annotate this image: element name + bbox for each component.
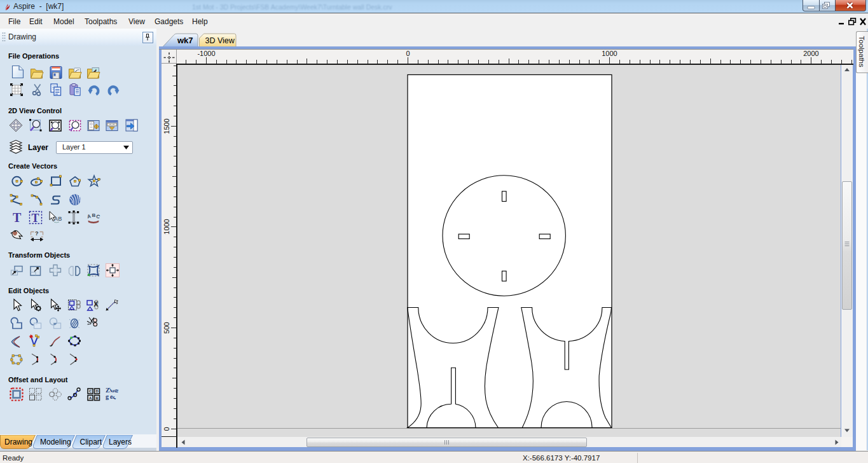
svg-text:C: C bbox=[95, 214, 100, 220]
svg-text:500: 500 bbox=[163, 322, 170, 333]
svg-text:2000: 2000 bbox=[803, 50, 818, 57]
svg-text:Drawing: Drawing bbox=[4, 438, 32, 446]
svg-text:g: g bbox=[106, 393, 109, 400]
svg-text:wk7: wk7 bbox=[177, 36, 193, 45]
svg-text:1000: 1000 bbox=[602, 50, 617, 57]
svg-text:-1000: -1000 bbox=[197, 50, 215, 57]
svg-text:B: B bbox=[96, 396, 99, 400]
svg-text:D: D bbox=[96, 389, 99, 393]
svg-text:?: ? bbox=[35, 230, 39, 237]
svg-text:1500: 1500 bbox=[163, 118, 170, 134]
svg-text:C: C bbox=[89, 389, 92, 393]
svg-text:Clipart: Clipart bbox=[80, 438, 102, 446]
svg-text:Layers: Layers bbox=[109, 438, 132, 446]
svg-text:Toolpaths: Toolpaths bbox=[858, 36, 865, 67]
svg-text:3D View: 3D View bbox=[205, 36, 235, 45]
svg-text:T: T bbox=[32, 212, 39, 225]
svg-text:X: X bbox=[94, 301, 99, 308]
svg-text:A: A bbox=[89, 396, 92, 400]
svg-text:Modeling: Modeling bbox=[40, 438, 71, 446]
svg-text:T: T bbox=[13, 211, 22, 225]
svg-text:A: A bbox=[86, 213, 92, 219]
svg-text:u: u bbox=[113, 389, 121, 394]
svg-text:B: B bbox=[92, 212, 96, 218]
svg-text:0: 0 bbox=[163, 427, 170, 431]
svg-text:0: 0 bbox=[406, 50, 410, 57]
svg-text:1000: 1000 bbox=[163, 219, 170, 234]
svg-text:AB: AB bbox=[54, 216, 62, 222]
